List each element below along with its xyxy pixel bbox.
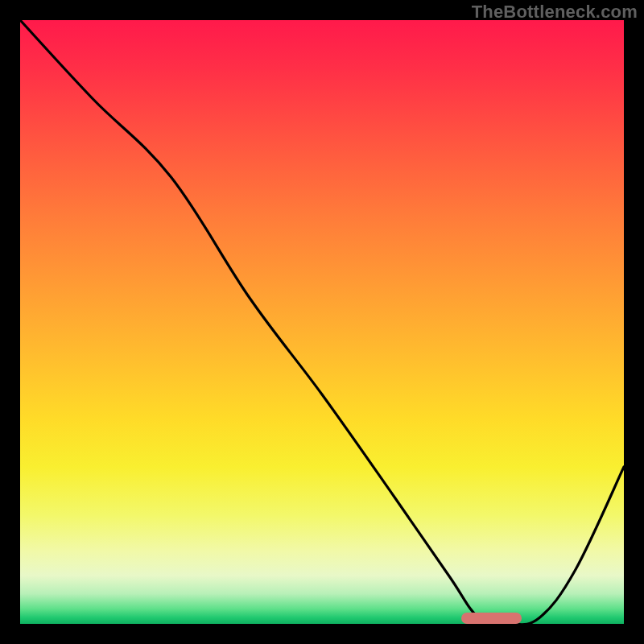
- chart-frame: TheBottleneck.com: [0, 0, 644, 644]
- watermark-text: TheBottleneck.com: [472, 2, 638, 23]
- bottleneck-curve: [20, 20, 624, 624]
- optimal-range-marker: [461, 613, 522, 624]
- plot-area: [20, 20, 624, 624]
